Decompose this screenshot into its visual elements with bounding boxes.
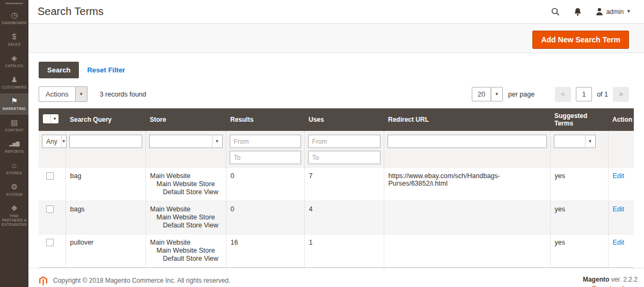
filter-results-from-input[interactable] [230,135,301,148]
column-header-suggested-terms[interactable]: Suggested Terms [550,108,608,131]
sidebar-item-label: SYSTEM [1,193,28,197]
sidebar-item-customers[interactable]: ♟ CUSTOMERS [0,72,28,93]
filter-suggested-terms-select[interactable]: ▼ [554,135,596,148]
records-found-text: 3 records found [100,91,147,98]
stores-icon: ⌂ [1,161,28,170]
row-checkbox[interactable] [46,205,54,213]
copyright-text: Copyright © 2018 Magento Commerce Inc. A… [53,276,230,284]
filter-uses-to-input[interactable] [308,151,380,164]
cell-suggested-terms: yes [550,168,608,201]
grid-header-row: ▼ Search Query Store Results Uses Redire… [39,108,634,131]
sidebar-item-label: STORES [1,171,28,175]
magento-logo-icon [39,276,48,286]
actions-dropdown-label: Actions [39,86,76,102]
store-select-value [149,135,212,148]
sidebar-item-label: CONTENT [1,128,28,133]
sidebar-item-label: REPORTS [1,150,28,154]
select-all-dropdown[interactable]: ▼ [43,114,58,123]
customers-icon: ♟ [1,75,28,84]
sidebar-item-dashboard[interactable]: ◷ DASHBOARD [0,8,28,29]
version-number: ver. 2.2.2 [609,276,638,283]
chevron-down-icon: ▼ [79,92,83,97]
column-header-uses[interactable]: Uses [304,108,384,131]
column-header-redirect-url[interactable]: Redirect URL [384,108,550,131]
page-title: Search Terms [38,5,104,18]
store-line: Main Website [150,205,222,214]
catalog-icon: ◈ [1,54,28,63]
cell-suggested-terms: yes [550,201,608,234]
table-row[interactable]: pullover Main Website Main Website Store… [39,234,634,268]
sidebar-item-stores[interactable]: ⌂ STORES [0,158,28,179]
sidebar-item-catalog[interactable]: ◈ CATALOG [0,50,28,72]
cell-results: 0 [226,168,304,201]
previous-page-button[interactable]: < [555,87,571,102]
row-checkbox[interactable] [46,239,54,246]
filter-results-to-input[interactable] [230,151,301,164]
magento-logo-mark[interactable] [5,3,23,4]
chevron-down-icon: ▼ [51,114,58,123]
dashboard-icon: ◷ [1,11,28,20]
sidebar-item-find-partners[interactable]: ❖ FIND PARTNERS & EXTENSIONS [0,201,28,231]
chevron-down-icon: ▼ [626,9,631,14]
filter-actions-row: Search Reset Filter [39,62,629,78]
search-icon[interactable] [551,8,560,16]
filter-store-select[interactable]: ▼ [149,135,223,148]
sidebar-item-label: SALES [1,42,28,47]
find-partners-icon: ❖ [1,204,28,213]
sidebar-item-label: CATALOG [1,64,28,68]
sidebar-item-sales[interactable]: $ SALES [0,29,28,50]
column-header-search-query[interactable]: Search Query [65,108,145,131]
sales-icon: $ [1,32,28,41]
cell-uses: 4 [304,201,384,234]
add-new-search-term-button[interactable]: Add New Search Term [532,31,629,49]
reset-filter-link[interactable]: Reset Filter [87,66,125,74]
cell-results: 16 [226,234,304,268]
actions-dropdown[interactable]: Actions ▼ [39,86,87,102]
brand-name: Magento [583,276,609,283]
select-all-checkbox[interactable] [43,114,51,123]
cell-redirect-url [384,201,550,234]
content-area: Search Reset Filter Actions ▼ 3 records … [28,53,644,268]
current-page-input[interactable] [576,87,592,101]
sidebar-item-system[interactable]: ⚙ SYSTEM [0,179,28,201]
sidebar-item-reports[interactable]: ▂▅▇ REPORTS [0,136,28,158]
table-row[interactable]: bag Main Website Main Website Store Defa… [39,168,634,201]
sidebar-item-marketing[interactable]: ⚑ MARKETING [0,93,28,115]
admin-account-menu[interactable]: admin ▼ [596,8,631,16]
table-row[interactable]: bags Main Website Main Website Store Def… [39,201,634,234]
search-terms-grid: ▼ Search Query Store Results Uses Redire… [39,108,634,268]
cell-store: Main Website Main Website Store Default … [145,234,226,268]
filter-redirect-url-input[interactable] [387,135,547,148]
column-header-results[interactable]: Results [226,108,304,131]
page-actions-bar: Add New Search Term [28,23,644,53]
notifications-bell-icon[interactable] [574,8,582,16]
reports-icon: ▂▅▇ [1,139,28,149]
cell-results: 0 [226,201,304,234]
filter-search-query-input[interactable] [69,135,142,148]
store-line: Default Store View [150,222,222,230]
per-page-select[interactable]: 20 ▼ [472,87,503,101]
cell-search-query: bag [65,168,145,201]
chevron-down-icon: ▼ [585,135,596,148]
cell-search-query: pullover [65,234,145,268]
sidebar-item-content[interactable]: ▤ CONTENT [0,115,28,136]
massaction-any-select[interactable]: Any ▼ [42,135,64,148]
filter-uses-from-input[interactable] [308,135,380,148]
main-page: Search Terms admin ▼ Add New Search Term… [28,0,644,287]
store-line: Main Website Store [150,247,222,255]
version-text: Magento ver. 2.2.2 [583,276,638,283]
edit-link[interactable]: Edit [613,172,625,180]
row-checkbox[interactable] [46,172,54,180]
search-button[interactable]: Search [39,62,79,78]
cell-store: Main Website Main Website Store Default … [145,201,226,234]
user-icon [596,8,603,16]
column-header-store[interactable]: Store [145,108,226,131]
content-icon: ▤ [1,118,28,127]
next-page-button[interactable]: > [613,87,629,102]
report-an-issue-link[interactable]: Report an Issue [592,285,638,287]
edit-link[interactable]: Edit [613,205,625,213]
admin-username: admin [606,8,624,16]
edit-link[interactable]: Edit [613,239,625,246]
sidebar-item-label: MARKETING [1,107,28,111]
cell-redirect-url [384,234,550,268]
